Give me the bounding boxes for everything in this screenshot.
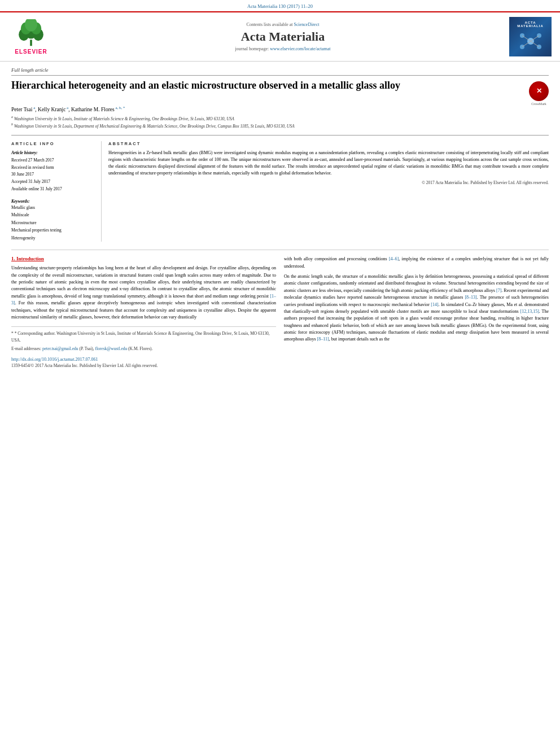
authors-line: Peter Tsai a, Kelly Kranjc a, Katharine …	[11, 106, 549, 112]
author2-name: Kelly Kranjc	[38, 107, 65, 112]
author1-name: Peter Tsai	[11, 107, 32, 112]
journal-logo-right: ACTA MATERIALIA	[509, 17, 554, 56]
journal-header: ELSEVIER Contents lists available at Sci…	[0, 11, 560, 62]
crossmark-area[interactable]: ✕ CrossMark	[529, 81, 549, 106]
title-crossmark-row: Hierarchical heterogeneity and an elasti…	[11, 79, 549, 106]
svg-rect-0	[30, 40, 32, 46]
ref-4-6[interactable]: [4–6]	[389, 256, 399, 261]
author1-sup: a	[32, 106, 35, 110]
ref-12-13-15[interactable]: [12,13,15]	[520, 309, 539, 314]
online-date: Available online 31 July 2017	[11, 186, 95, 193]
homepage-url[interactable]: www.elsevier.com/locate/actamat	[270, 46, 330, 51]
abstract-col: ABSTRACT Heterogeneities in a Zr-based b…	[108, 141, 549, 242]
citation-text: Acta Materialia 130 (2017) 11–20	[247, 3, 313, 9]
sciencedirect-link[interactable]: ScienceDirect	[294, 22, 320, 27]
abstract-text: Heterogeneities in a Zr-based bulk metal…	[108, 150, 549, 177]
crossmark-icon[interactable]: ✕	[529, 81, 549, 101]
article-type-label: Full length article	[11, 67, 549, 76]
ref-8-13[interactable]: [8–13]	[465, 295, 476, 300]
ref-1-3[interactable]: [1–3]	[11, 294, 276, 305]
author3-name: Katharine M. Flores	[71, 107, 115, 112]
logo-graphic	[517, 30, 545, 53]
intro-heading: 1. Introduction	[11, 256, 276, 261]
elsevier-tree-icon	[14, 19, 48, 47]
elsevier-logo-area: ELSEVIER	[6, 19, 56, 55]
main-right-col: with both alloy composition and processi…	[284, 256, 549, 368]
email1-author: (P. Tsai),	[79, 346, 94, 351]
intro-para1: Understanding structure-property relatio…	[11, 265, 276, 321]
article-info-col: ARTICLE INFO Article history: Received 2…	[11, 141, 102, 242]
revised-date: 30 June 2017	[11, 171, 95, 178]
affiliations: a Washington University in St Louis, Ins…	[11, 115, 549, 129]
intro-para-right: with both alloy composition and processi…	[284, 256, 549, 343]
elsevier-logo: ELSEVIER	[14, 19, 48, 55]
abstract-copyright: © 2017 Acta Materialia Inc. Published by…	[108, 180, 549, 185]
email1-link[interactable]: peter.tsai@gmail.edu	[42, 346, 78, 351]
article-title: Hierarchical heterogeneity and an elasti…	[11, 79, 400, 92]
article-info-label: ARTICLE INFO	[11, 141, 95, 146]
article-body: Full length article Hierarchical heterog…	[0, 62, 560, 374]
affiliation-b: b Washington University in St Louis, Dep…	[11, 122, 549, 129]
ref-8-11[interactable]: [8–11]	[317, 337, 329, 342]
history-label: Article history:	[11, 150, 37, 155]
page: Acta Materialia 130 (2017) 11–20 ELSEVIE…	[0, 0, 560, 747]
keyword-4: Mechanical properties testing	[11, 226, 95, 234]
journal-title: Acta Materialia	[62, 29, 504, 44]
keyword-3: Microstructure	[11, 219, 95, 227]
email-footnote: E-mail addresses: peter.tsai@gmail.edu (…	[11, 346, 276, 352]
affiliation-a: a Washington University in St Louis, Ins…	[11, 115, 549, 122]
main-content-columns: 1. Introduction Understanding structure-…	[11, 250, 549, 368]
footnotes: * * Corresponding author. Washington Uni…	[11, 326, 276, 352]
received-date: Received 27 March 2017	[11, 157, 95, 164]
journal-center-info: Contents lists available at ScienceDirec…	[62, 22, 504, 51]
abstract-label: ABSTRACT	[108, 141, 549, 146]
keyword-1: Metallic glass	[11, 204, 95, 212]
email-label: E-mail addresses:	[11, 346, 41, 351]
email2-link[interactable]: floresk@wustl.edu	[95, 346, 128, 351]
crossmark-label: CrossMark	[529, 102, 549, 106]
homepage-label: journal homepage:	[235, 46, 269, 51]
email2-author: (K.M. Flores).	[128, 346, 152, 351]
acta-materialia-logo: ACTA MATERIALIA	[509, 17, 552, 56]
keywords-label: Keywords:	[11, 199, 95, 204]
keywords-list: Metallic glass Multiscale Microstructure…	[11, 204, 95, 242]
corresponding-footnote: * * Corresponding author. Washington Uni…	[11, 330, 276, 344]
author2-sup: a	[65, 106, 68, 110]
contents-available-line: Contents lists available at ScienceDirec…	[62, 22, 504, 27]
journal-citation-bar: Acta Materialia 130 (2017) 11–20	[0, 0, 560, 11]
doi-link[interactable]: http://dx.doi.org/10.1016/j.actamat.2017…	[11, 357, 276, 362]
info-abstract-columns: ARTICLE INFO Article history: Received 2…	[11, 135, 549, 242]
author3-sup: a, b, *	[115, 106, 125, 110]
keyword-5: Heterogeneity	[11, 234, 95, 242]
issn-line: 1359-6454/© 2017 Acta Materialia Inc. Pu…	[11, 363, 276, 368]
keyword-2: Multiscale	[11, 211, 95, 219]
accepted-date: Accepted 31 July 2017	[11, 178, 95, 186]
revised-label: Received in revised form	[11, 164, 95, 172]
homepage-line: journal homepage: www.elsevier.com/locat…	[62, 46, 504, 51]
ref-14[interactable]: [14]	[431, 302, 438, 307]
keywords-section: Keywords: Metallic glass Multiscale Micr…	[11, 199, 95, 242]
contents-text: Contents lists available at	[247, 22, 293, 27]
article-history: Article history: Received 27 March 2017 …	[11, 150, 95, 193]
ref-7[interactable]: [7]	[496, 288, 501, 293]
elsevier-brand-text: ELSEVIER	[15, 49, 47, 55]
main-left-col: 1. Introduction Understanding structure-…	[11, 256, 276, 368]
